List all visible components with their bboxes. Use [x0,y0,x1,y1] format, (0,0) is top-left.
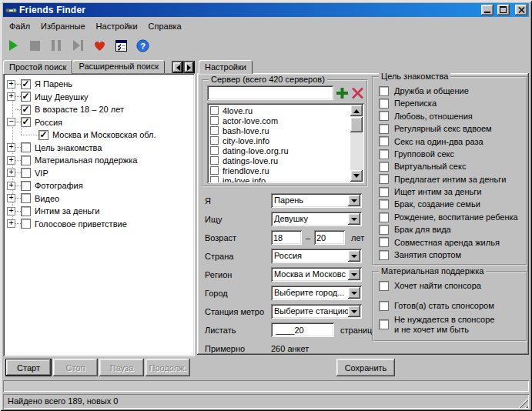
expand-plus-icon[interactable]: + [7,194,15,202]
server-checkbox[interactable] [210,106,219,115]
server-checkbox[interactable] [210,146,219,155]
start-button[interactable] [5,36,21,55]
support-checkbox-item-checkbox[interactable] [379,281,389,291]
menu-item[interactable]: Файл [4,20,35,32]
tree-checkbox[interactable] [21,219,31,229]
support-checkbox-item-checkbox[interactable] [379,319,389,329]
tab-advanced-search[interactable]: Расширенный поиск [72,60,165,73]
tab-scroll-right-button[interactable] [183,61,195,74]
goal-checkbox-item[interactable]: Групповой секс [373,148,526,160]
server-item[interactable]: actor-love.com [210,115,350,125]
resize-grip[interactable] [518,398,528,408]
goal-checkbox-item[interactable]: Предлагает интим за деньги [373,173,526,185]
goal-checkbox-item[interactable]: Дружба и общение [373,85,526,97]
tree-item[interactable]: +✓Я Парень [5,78,193,91]
server-checkbox[interactable] [210,166,219,175]
add-server-button[interactable] [335,85,350,100]
tree-item[interactable]: +Интим за деньги [5,205,193,218]
tree-item[interactable]: +Цель знакомства [5,142,193,155]
goal-checkbox-item-checkbox[interactable] [379,99,389,109]
goal-checkbox-item-checkbox[interactable] [379,86,389,96]
tree-item[interactable]: ✓Москва и Московская обл. [5,129,193,142]
server-filter-input[interactable] [207,85,333,100]
goal-checkbox-item[interactable]: Регулярный секс вдвоем [373,122,526,135]
goal-checkbox-item[interactable]: Виртуальный секс [373,160,526,172]
goal-checkbox-item[interactable]: Переписка [373,97,526,109]
tree-item[interactable]: +Фотография [5,179,193,192]
looking-for-combobox[interactable]: Девушку [271,212,362,226]
goal-checkbox-item[interactable]: Брак для вида [373,223,526,236]
maximize-button[interactable] [497,5,510,15]
goal-checkbox-item[interactable]: Рождение, воспитание ребенка [373,211,526,223]
goal-checkbox-item-checkbox[interactable] [379,187,389,197]
expand-plus-icon[interactable]: + [7,92,15,101]
expand-plus-icon[interactable]: + [7,207,15,216]
tree-checkbox[interactable]: ✓ [38,130,49,140]
tree-checkbox[interactable]: ✓ [21,79,31,89]
server-item[interactable]: bash-love.ru [210,125,350,135]
goal-checkbox-item-checkbox[interactable] [379,136,389,146]
results-button[interactable] [113,36,129,55]
goal-checkbox-item-checkbox[interactable] [379,174,389,184]
tree-checkbox[interactable] [21,193,31,203]
expand-plus-icon[interactable]: + [7,169,15,177]
server-checkbox[interactable] [210,176,219,182]
city-dropdown-button[interactable] [348,287,360,299]
tree-checkbox[interactable] [21,142,31,152]
server-item[interactable]: 4love.ru [210,105,350,115]
title-bar[interactable]: Friends Finder [3,3,529,17]
scroll-down-button[interactable] [350,170,363,182]
server-checkbox[interactable] [210,156,219,165]
tab-scroll-left-button[interactable] [172,61,183,74]
tree-checkbox[interactable]: ✓ [21,92,31,102]
menu-item[interactable]: Избранные [35,20,91,32]
scrollbar-thumb[interactable] [350,117,363,132]
collapse-minus-icon[interactable]: − [7,118,15,126]
tab-simple-search[interactable]: Простой поиск [3,60,72,74]
tree-checkbox[interactable]: ✓ [21,105,31,115]
scroll-up-button[interactable] [350,105,363,116]
save-button[interactable]: Сохранить [336,359,395,376]
tree-item[interactable]: +Видео [5,192,193,206]
goal-checkbox-item[interactable]: Брак, создание семьи [373,199,526,211]
minimize-button[interactable] [481,5,494,15]
delete-server-button[interactable] [350,85,365,100]
city-combobox[interactable]: Выберите город... [271,286,362,300]
i-am-dropdown-button[interactable] [348,195,360,206]
goal-checkbox-item-checkbox[interactable] [379,124,389,134]
expand-plus-icon[interactable]: + [7,156,15,165]
goal-checkbox-item[interactable]: Совместная аренда жилья [373,236,526,249]
age-to-input[interactable] [314,230,345,245]
help-button[interactable]: ? [135,36,150,55]
expand-plus-icon[interactable]: + [7,182,15,190]
tree-item[interactable]: +Голосовое приветствие [5,218,193,231]
goal-checkbox-item-checkbox[interactable] [379,162,389,172]
i-am-combobox[interactable]: Парень [271,193,362,208]
pause-button[interactable] [49,36,64,55]
goal-checkbox-item-checkbox[interactable] [379,199,389,209]
start-button[interactable]: Старт [5,359,52,376]
goal-checkbox-item-checkbox[interactable] [379,225,389,235]
expand-plus-icon[interactable]: + [7,80,15,89]
support-checkbox-item[interactable]: Не нуждается в спонсоре и не хочет им бы… [373,315,526,334]
tree-checkbox[interactable] [21,181,31,191]
server-checkbox[interactable] [210,116,219,125]
expand-plus-icon[interactable]: + [7,143,15,152]
age-from-input[interactable] [271,230,302,245]
stop-button[interactable]: Стоп [53,359,98,376]
goal-checkbox-item-checkbox[interactable] [379,111,389,121]
tree-item[interactable]: +Материальная поддержка [5,154,193,167]
server-item[interactable]: friendlove.ru [210,165,350,175]
continue-button[interactable] [70,36,85,55]
country-combobox[interactable]: Россия [271,249,362,263]
server-item[interactable]: city-love.info [210,135,350,145]
goal-checkbox-item[interactable]: Занятия спортом [373,249,526,261]
country-dropdown-button[interactable] [348,250,360,262]
server-checkbox[interactable] [210,136,219,145]
tree-checkbox[interactable] [21,206,31,216]
goal-checkbox-item[interactable]: Ищет интим за деньги [373,185,526,198]
region-dropdown-button[interactable] [348,269,360,280]
server-checkbox[interactable] [210,126,219,135]
tab-settings[interactable]: Настройки [199,60,253,74]
server-list-scrollbar[interactable] [350,105,363,182]
